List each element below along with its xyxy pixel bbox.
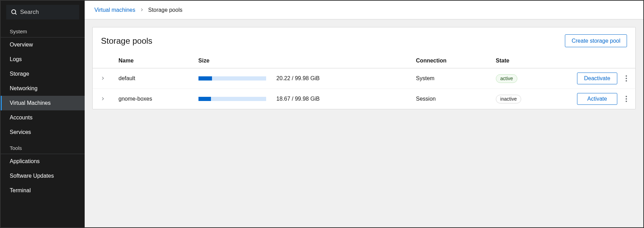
column-header-actions xyxy=(563,54,635,68)
sidebar-item-services[interactable]: Services xyxy=(1,125,85,140)
sidebar: System Overview Logs Storage Networking … xyxy=(1,1,85,227)
kebab-icon xyxy=(626,75,627,82)
sidebar-item-accounts[interactable]: Accounts xyxy=(1,110,85,125)
pool-connection: System xyxy=(410,68,490,89)
sidebar-item-logs[interactable]: Logs xyxy=(1,52,85,67)
create-storage-pool-button[interactable]: Create storage pool xyxy=(565,34,627,47)
chevron-right-icon xyxy=(140,8,143,11)
pool-name: default xyxy=(113,68,193,89)
activate-button[interactable]: Activate xyxy=(577,93,617,105)
table-row: gnome-boxes 18.67 / 99.98 GiB Session xyxy=(93,89,635,109)
expand-toggle[interactable] xyxy=(99,74,107,83)
size-progress-fill xyxy=(198,76,212,81)
size-text: 20.22 / 99.98 GiB xyxy=(277,75,320,82)
search-input[interactable] xyxy=(20,9,74,16)
svg-point-5 xyxy=(626,101,627,102)
svg-point-3 xyxy=(626,96,627,97)
storage-pools-table: Name Size Connection State xyxy=(93,54,635,109)
svg-point-0 xyxy=(626,75,627,77)
size-progress xyxy=(198,76,266,81)
sidebar-item-terminal[interactable]: Terminal xyxy=(1,183,85,198)
svg-point-2 xyxy=(626,80,627,82)
nav-section: System Overview Logs Storage Networking … xyxy=(1,23,85,140)
main: Virtual machines Storage pools Storage p… xyxy=(85,1,643,227)
kebab-icon xyxy=(626,96,627,102)
size-text: 18.67 / 99.98 GiB xyxy=(277,96,320,102)
column-header-expand xyxy=(93,54,113,68)
column-header-connection: Connection xyxy=(410,54,490,68)
svg-point-1 xyxy=(626,78,627,79)
kebab-menu-button[interactable] xyxy=(623,74,630,83)
page-title: Storage pools xyxy=(101,36,152,46)
expand-toggle[interactable] xyxy=(99,95,107,103)
svg-point-4 xyxy=(626,98,627,100)
table-row: default 20.22 / 99.98 GiB System act xyxy=(93,68,635,89)
sidebar-item-virtual-machines[interactable]: Virtual Machines xyxy=(1,96,85,110)
deactivate-button[interactable]: Deactivate xyxy=(577,73,617,84)
column-header-name: Name xyxy=(113,54,193,68)
nav-section-label-tools: Tools xyxy=(1,140,85,154)
column-header-state: State xyxy=(490,54,563,68)
size-progress-fill xyxy=(198,97,211,101)
sidebar-item-storage[interactable]: Storage xyxy=(1,67,85,81)
nav-section: Tools Applications Software Updates Term… xyxy=(1,140,85,198)
storage-pools-card: Storage pools Create storage pool Name S… xyxy=(92,27,636,109)
chevron-right-icon xyxy=(101,77,104,80)
breadcrumb: Virtual machines Storage pools xyxy=(85,1,643,19)
sidebar-item-applications[interactable]: Applications xyxy=(1,154,85,169)
search-box[interactable] xyxy=(6,5,79,19)
column-header-size: Size xyxy=(193,54,410,68)
kebab-menu-button[interactable] xyxy=(623,94,630,104)
breadcrumb-link-virtual-machines[interactable]: Virtual machines xyxy=(94,7,135,13)
sidebar-item-overview[interactable]: Overview xyxy=(1,37,85,52)
sidebar-item-software-updates[interactable]: Software Updates xyxy=(1,169,85,183)
sidebar-item-networking[interactable]: Networking xyxy=(1,81,85,96)
chevron-right-icon xyxy=(101,97,104,101)
search-icon xyxy=(11,9,17,15)
breadcrumb-current: Storage pools xyxy=(148,7,183,13)
status-badge: active xyxy=(496,74,518,83)
pool-name: gnome-boxes xyxy=(113,89,193,109)
status-badge: inactive xyxy=(496,95,521,103)
size-progress xyxy=(198,97,266,101)
content-area: Storage pools Create storage pool Name S… xyxy=(85,19,643,227)
pool-connection: Session xyxy=(410,89,490,109)
nav-section-label-system: System xyxy=(1,23,85,37)
